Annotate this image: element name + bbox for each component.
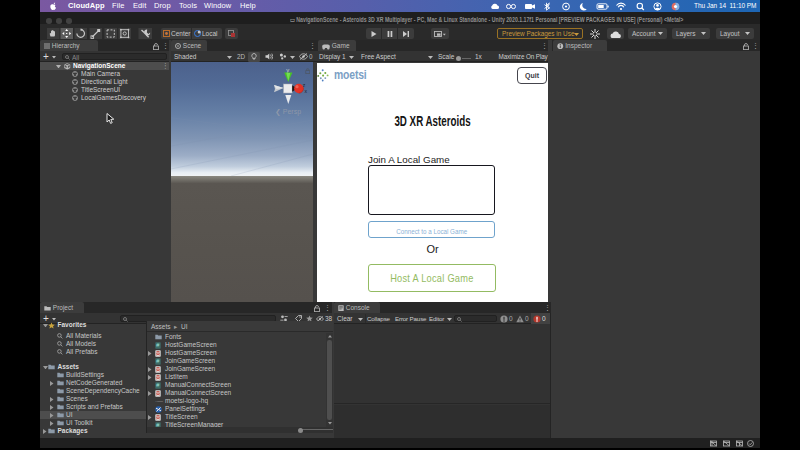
svg-text:y: y (286, 67, 289, 73)
svg-text:x: x (305, 88, 308, 94)
